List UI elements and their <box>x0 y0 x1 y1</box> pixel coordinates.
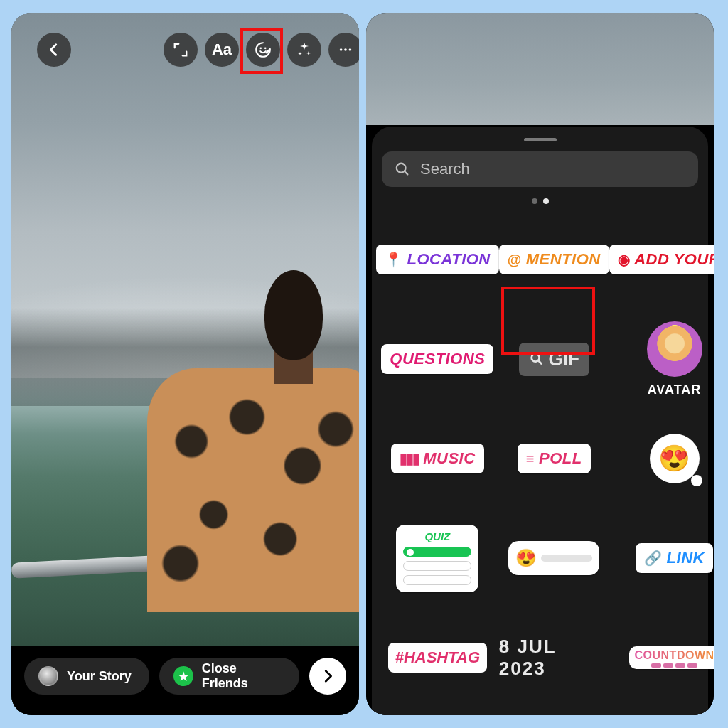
back-button[interactable] <box>37 33 71 67</box>
sticker-questions[interactable]: QUESTIONS <box>381 344 493 374</box>
svg-line-6 <box>405 171 408 175</box>
next-button[interactable] <box>309 658 346 695</box>
sticker-add-yours[interactable]: ◉ ADD YOURS <box>609 245 714 274</box>
your-story-label: Your Story <box>67 669 132 684</box>
sticker-music[interactable]: ▮▮▮ MUSIC <box>391 444 483 473</box>
quiz-option-empty <box>403 561 471 571</box>
sticker-hashtag-label: #HASHTAG <box>395 648 480 666</box>
close-friends-button[interactable]: ★ Close Friends <box>159 658 299 695</box>
sticker-location[interactable]: 📍 LOCATION <box>376 245 499 274</box>
sticker-link[interactable]: 🔗 LINK <box>636 543 713 573</box>
page-indicator <box>372 198 708 204</box>
sticker-quiz-label: QUIZ <box>403 530 471 542</box>
more-button[interactable] <box>328 33 359 67</box>
sparkle-icon <box>296 41 313 58</box>
text-icon: Aa <box>212 41 232 59</box>
tutorial-highlight-sticker <box>240 28 283 74</box>
tutorial-highlight-gif <box>501 287 595 355</box>
resize-button[interactable] <box>164 33 198 67</box>
heart-eyes-emoji-icon: 😍 <box>658 444 690 473</box>
svg-point-4 <box>349 48 352 51</box>
at-icon: @ <box>508 252 522 268</box>
sticker-hashtag[interactable]: #HASHTAG <box>388 643 487 673</box>
drag-handle[interactable] <box>524 138 557 141</box>
chevron-right-icon <box>320 668 336 684</box>
pin-icon: 📍 <box>385 251 403 268</box>
star-badge-icon: ★ <box>173 666 193 686</box>
story-editor-screen: Aa Your Story <box>11 13 359 715</box>
sticker-emoji-reaction[interactable]: 😍 <box>650 434 700 483</box>
sticker-mention[interactable]: @ MENTION <box>499 245 609 274</box>
head <box>264 270 323 360</box>
sticker-location-label: LOCATION <box>407 250 491 269</box>
link-icon: 🔗 <box>644 550 663 567</box>
sticker-add-yours-label: ADD YOURS <box>634 250 714 269</box>
text-button[interactable]: Aa <box>205 33 239 67</box>
sticker-grid: 📍 LOCATION @ MENTION ◉ ADD YOURS QUESTIO… <box>372 210 708 707</box>
camera-icon: ◉ <box>618 251 631 268</box>
sticker-countdown[interactable]: COUNTDOWN <box>629 646 714 669</box>
effects-button[interactable] <box>287 33 321 67</box>
svg-line-8 <box>538 360 541 363</box>
sticker-quiz[interactable]: QUIZ <box>396 525 478 592</box>
close-friends-label: Close Friends <box>202 661 285 691</box>
heart-eyes-emoji-icon: 😍 <box>515 548 537 568</box>
sticker-countdown-label: COUNTDOWN <box>635 649 714 662</box>
countdown-bars-icon <box>635 663 714 668</box>
sticker-tray-screen: Search 📍 LOCATION @ MENTION ◉ ADD YOURS <box>366 13 714 715</box>
sticker-date[interactable]: 8 JUL 2023 <box>499 636 609 680</box>
shirt <box>147 368 359 613</box>
sticker-poll-label: POLL <box>539 449 582 468</box>
avatar-icon <box>38 666 58 686</box>
sticker-link-label: LINK <box>667 549 705 567</box>
chevron-left-icon <box>46 42 62 58</box>
music-bars-icon: ▮▮▮ <box>400 450 419 467</box>
svg-point-3 <box>344 48 347 51</box>
expand-icon <box>173 42 188 58</box>
avatar-image-icon <box>647 321 702 377</box>
slider-track <box>541 555 592 562</box>
poll-icon: ≡ <box>526 451 535 467</box>
sticker-bottom-sheet: Search 📍 LOCATION @ MENTION ◉ ADD YOURS <box>372 127 708 715</box>
quiz-option-filled <box>403 547 471 557</box>
sticker-date-label: 8 JUL 2023 <box>499 636 556 679</box>
ellipsis-icon <box>338 42 353 58</box>
person-silhouette <box>157 237 359 645</box>
page-dot[interactable] <box>532 198 537 204</box>
sticker-questions-label: QUESTIONS <box>390 350 485 368</box>
sticker-avatar-label: AVATAR <box>648 382 702 397</box>
sticker-music-label: MUSIC <box>423 449 475 468</box>
editor-top-toolbar: Aa <box>11 33 359 73</box>
quiz-option-empty <box>403 575 471 585</box>
sticker-avatar[interactable]: AVATAR <box>647 321 702 397</box>
your-story-button[interactable]: Your Story <box>24 658 149 695</box>
sticker-poll[interactable]: ≡ POLL <box>518 444 591 473</box>
share-bottom-bar: Your Story ★ Close Friends <box>11 646 359 715</box>
search-placeholder: Search <box>420 160 470 178</box>
sticker-search[interactable]: Search <box>382 151 698 187</box>
svg-point-2 <box>340 48 343 51</box>
search-icon <box>395 161 410 177</box>
sticker-mention-label: MENTION <box>526 250 601 269</box>
sticker-emoji-slider[interactable]: 😍 <box>508 541 599 575</box>
page-dot-active[interactable] <box>543 198 549 204</box>
